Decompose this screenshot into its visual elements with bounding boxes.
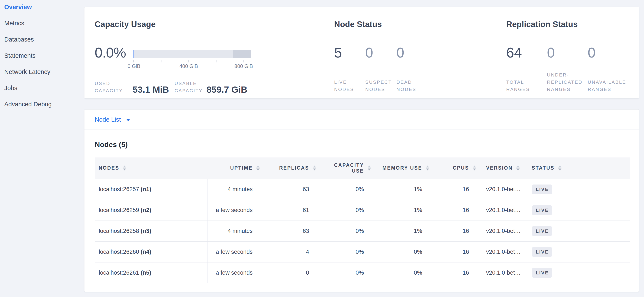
status-badge: LIVE <box>532 205 552 215</box>
capacity-axis-labels: 0 GiB 400 GiB 800 GiB <box>134 63 251 70</box>
capacity-axis-ticks <box>134 60 251 62</box>
sort-icon[interactable] <box>557 166 562 170</box>
uptime-cell: 4 minutes <box>208 221 262 241</box>
node-id: (n3) <box>141 228 152 234</box>
table-row-node-4[interactable]: localhost:26260 (n4) a few seconds 4 0% … <box>95 241 630 262</box>
column-header-capacity-use[interactable]: CAPACITY USE <box>319 157 374 179</box>
capacity-use-cell: 0% <box>319 221 374 241</box>
dead-nodes-label: DEAD NODES <box>396 79 422 93</box>
node-list-dropdown[interactable]: Node List <box>95 116 130 123</box>
status-badge: LIVE <box>532 268 552 278</box>
version-cell: v20.1.0-bet… <box>479 179 523 200</box>
version-cell: v20.1.0-bet… <box>479 262 523 283</box>
capacity-use-cell: 0% <box>319 179 374 200</box>
column-header-replicas[interactable]: REPLICAS <box>262 157 319 179</box>
column-header-cpus[interactable]: CPUS <box>432 157 479 179</box>
sort-icon[interactable] <box>515 166 521 170</box>
node-status-section: Node Status 5 LIVE NODES 0 SUSPECT NODES… <box>334 7 506 98</box>
capacity-usage-title: Capacity Usage <box>95 19 334 29</box>
capacity-stats: USED CAPACITY 53.1 MiB USABLE CAPACITY 8… <box>95 80 334 94</box>
replicas-cell: 63 <box>262 179 319 200</box>
under-replicated-ranges-metric: 0 UNDER-REPLICATED RANGES <box>547 46 582 93</box>
unavailable-ranges-label: UNAVAILABLE RANGES <box>588 79 630 93</box>
sidebar-item-statements[interactable]: Statements <box>4 52 83 59</box>
cpus-cell: 16 <box>432 221 479 241</box>
sidebar-item-advanced-debug[interactable]: Advanced Debug <box>4 101 83 108</box>
column-header-memory-use[interactable]: MEMORY USE <box>374 157 432 179</box>
sidebar-item-metrics[interactable]: Metrics <box>4 19 83 27</box>
uptime-cell: 4 minutes <box>208 179 262 200</box>
replicas-cell: 61 <box>262 200 319 221</box>
total-ranges-value: 64 <box>506 46 542 59</box>
suspect-nodes-metric: 0 SUSPECT NODES <box>365 46 391 93</box>
memory-use-cell: 1% <box>374 221 432 241</box>
node-id: (n4) <box>141 249 152 255</box>
cpus-cell: 16 <box>432 200 479 221</box>
main-content: Capacity Usage 0.0% 0 GiB 400 GiB 800 Gi… <box>84 0 639 292</box>
capacity-bar-used-segment <box>134 50 134 58</box>
node-address[interactable]: localhost:26261 <box>99 270 139 276</box>
memory-use-cell: 1% <box>374 200 432 221</box>
table-row-node-2[interactable]: localhost:26259 (n2) a few seconds 61 0%… <box>95 200 630 221</box>
column-header-status[interactable]: STATUS <box>523 157 630 179</box>
unavailable-ranges-metric: 0 UNAVAILABLE RANGES <box>588 46 630 93</box>
sidebar-item-databases[interactable]: Databases <box>4 36 83 43</box>
status-badge: LIVE <box>532 226 552 236</box>
sidebar: Overview Metrics Databases Statements Ne… <box>0 0 83 297</box>
sidebar-item-jobs[interactable]: Jobs <box>4 84 83 92</box>
version-cell: v20.1.0-bet… <box>479 241 523 262</box>
under-replicated-ranges-label: UNDER-REPLICATED RANGES <box>547 71 582 93</box>
version-cell: v20.1.0-bet… <box>479 200 523 221</box>
sort-icon[interactable] <box>366 166 372 170</box>
table-row-node-5[interactable]: localhost:26261 (n5) a few seconds 0 0% … <box>95 262 630 283</box>
uptime-cell: a few seconds <box>208 241 262 262</box>
column-header-nodes[interactable]: NODES <box>95 157 208 179</box>
node-status-title: Node Status <box>334 19 506 29</box>
dead-nodes-metric: 0 DEAD NODES <box>396 46 422 93</box>
node-list-toolbar: Node List <box>84 109 639 130</box>
axis-label-400gib: 400 GiB <box>180 63 198 69</box>
uptime-cell: a few seconds <box>208 200 262 221</box>
table-row-node-1[interactable]: localhost:26257 (n1) 4 minutes 63 0% 1% … <box>95 179 630 200</box>
live-nodes-label: LIVE NODES <box>334 79 360 93</box>
node-address[interactable]: localhost:26258 <box>99 228 139 234</box>
table-row-node-3[interactable]: localhost:26258 (n3) 4 minutes 63 0% 1% … <box>95 221 630 241</box>
column-header-uptime[interactable]: UPTIME <box>208 157 262 179</box>
sort-icon[interactable] <box>312 166 317 170</box>
node-address[interactable]: localhost:26259 <box>99 207 139 213</box>
capacity-used-percent: 0.0% <box>95 46 130 70</box>
sort-icon[interactable] <box>122 166 127 170</box>
capacity-bar-other-segment <box>233 50 251 58</box>
node-id: (n1) <box>141 186 152 192</box>
column-header-version[interactable]: VERSION <box>479 157 523 179</box>
memory-use-cell: 0% <box>374 262 432 283</box>
cpus-cell: 16 <box>432 262 479 283</box>
sort-icon[interactable] <box>255 166 261 170</box>
status-badge: LIVE <box>532 185 552 194</box>
live-nodes-metric: 5 LIVE NODES <box>334 46 360 93</box>
status-badge: LIVE <box>532 247 552 257</box>
memory-use-cell: 0% <box>374 241 432 262</box>
node-address[interactable]: localhost:26257 <box>99 186 139 192</box>
replication-status-section: Replication Status 64 TOTAL RANGES 0 UND… <box>506 7 639 98</box>
sidebar-item-overview[interactable]: Overview <box>4 3 83 11</box>
nodes-section: Nodes (5) NODES UPTIME <box>84 140 639 283</box>
node-address[interactable]: localhost:26260 <box>99 249 139 255</box>
node-id: (n5) <box>141 270 152 276</box>
version-cell: v20.1.0-bet… <box>479 221 523 241</box>
sidebar-item-network-latency[interactable]: Network Latency <box>4 68 83 75</box>
capacity-use-cell: 0% <box>319 262 374 283</box>
unavailable-ranges-value: 0 <box>588 46 630 59</box>
node-list-card: Node List Nodes (5) NODES <box>84 109 639 292</box>
replicas-cell: 4 <box>262 241 319 262</box>
nodes-table: NODES UPTIME REPLICAS CAPACITY USE <box>95 157 630 283</box>
uptime-cell: a few seconds <box>208 262 262 283</box>
used-capacity-value: 53.1 MiB <box>133 85 169 94</box>
sort-icon[interactable] <box>472 166 477 170</box>
total-ranges-label: TOTAL RANGES <box>506 79 542 93</box>
sort-icon[interactable] <box>425 166 430 170</box>
nodes-count-title: Nodes (5) <box>95 140 630 149</box>
replicas-cell: 0 <box>262 262 319 283</box>
replication-status-title: Replication Status <box>506 19 639 29</box>
used-capacity-label: USED CAPACITY <box>95 80 123 94</box>
